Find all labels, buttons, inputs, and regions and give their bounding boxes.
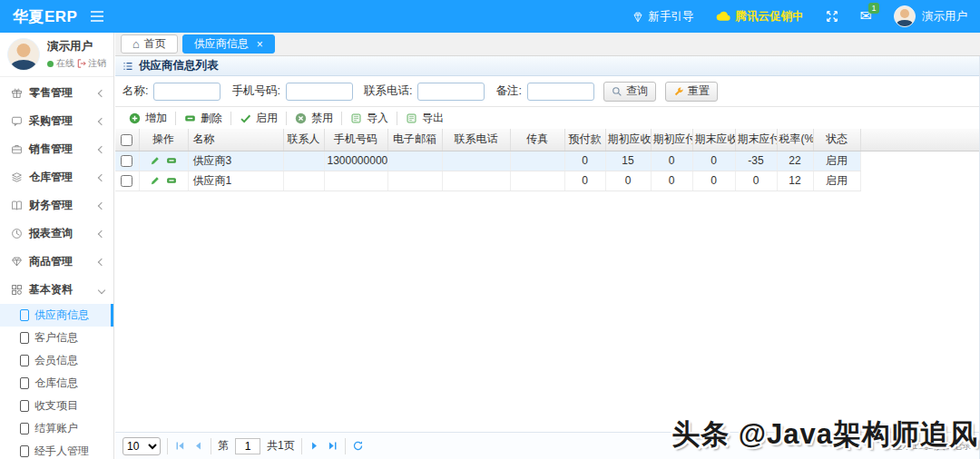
col-fax[interactable]: 传真 — [510, 129, 564, 151]
col-advance[interactable]: 预付款 — [564, 129, 605, 151]
prev-page-button[interactable] — [192, 440, 204, 452]
select-all-header — [115, 129, 139, 151]
col-tel[interactable]: 联系电话 — [442, 129, 510, 151]
guide-link[interactable]: 新手引导 — [632, 9, 694, 24]
sidebar-subitem-settlement-account[interactable]: 结算账户 — [0, 417, 113, 440]
col-phone[interactable]: 手机号码 — [324, 129, 387, 151]
first-page-button[interactable] — [174, 440, 186, 452]
table-row[interactable]: 供应商1 0 0 0 0 0 12 启用 — [115, 171, 979, 190]
sidebar-item-reports[interactable]: 报表查询 — [0, 220, 113, 248]
sidebar-subitem-income-expense[interactable]: 收支项目 — [0, 395, 113, 417]
cell-status: 启用 — [813, 151, 860, 171]
col-closing-receivable[interactable]: 期末应收 — [692, 129, 735, 151]
enable-button[interactable]: 启用 — [231, 111, 286, 126]
fullscreen-icon[interactable] — [826, 10, 838, 23]
sidebar-subitem-customer-info[interactable]: 客户信息 — [0, 327, 113, 349]
phone-input[interactable] — [286, 83, 353, 101]
logout-button[interactable]: 注销 — [77, 57, 106, 70]
chevron-left-icon — [98, 201, 105, 209]
cell-fax — [510, 151, 564, 171]
grid-header-row: 操作 名称 联系人 手机号码 电子邮箱 联系电话 传真 预付款 期初应收 期初应… — [115, 129, 979, 151]
col-contact[interactable]: 联系人 — [283, 129, 324, 151]
promo-link[interactable]: 腾讯云促销中 — [716, 9, 804, 24]
sidebar-subitem-handler-mgmt[interactable]: 经手人管理 — [0, 440, 113, 459]
tab-supplier-info[interactable]: 供应商信息 × — [182, 34, 275, 54]
messages-button[interactable]: ✉ 1 — [860, 9, 872, 24]
col-name[interactable]: 名称 — [188, 129, 283, 151]
plus-circle-icon — [129, 112, 141, 124]
sidebar-user-block: 演示用户 在线 注销 — [0, 33, 113, 77]
add-button[interactable]: 增加 — [121, 111, 175, 126]
cell-opening-receivable: 0 — [605, 171, 651, 190]
panel-title: 供应商信息列表 — [139, 58, 219, 73]
app-title: 华夏ERP — [13, 6, 77, 27]
tab-home[interactable]: ⌂ 首页 — [121, 34, 178, 54]
row-operations — [139, 151, 188, 171]
home-icon: ⌂ — [132, 38, 140, 50]
col-email[interactable]: 电子邮箱 — [387, 129, 442, 151]
chevron-left-icon — [98, 89, 105, 96]
sidebar-item-purchase[interactable]: 采购管理 — [0, 107, 113, 135]
delete-row-icon[interactable] — [166, 155, 177, 166]
sidebar-item-sales[interactable]: 销售管理 — [0, 135, 113, 163]
edit-icon[interactable] — [150, 155, 161, 166]
check-icon — [240, 112, 251, 124]
row-checkbox[interactable] — [121, 175, 132, 187]
import-button[interactable]: 导入 — [342, 111, 397, 126]
wrench-icon — [673, 86, 684, 97]
divider — [345, 438, 346, 454]
delete-row-icon[interactable] — [166, 175, 177, 186]
cell-contact — [283, 151, 324, 171]
delete-button[interactable]: 删除 — [176, 111, 230, 126]
tab-close-icon[interactable]: × — [253, 39, 263, 50]
col-opening-payable[interactable]: 期初应付 — [651, 129, 692, 151]
sidebar-item-retail[interactable]: 零售管理 — [0, 79, 113, 107]
online-dot — [47, 61, 54, 67]
cell-opening-payable: 0 — [651, 171, 692, 190]
col-closing-payable[interactable]: 期末应付 — [735, 129, 777, 151]
sidebar-subitem-warehouse-info[interactable]: 仓库信息 — [0, 372, 113, 395]
cell-advance: 0 — [564, 151, 605, 171]
hamburger-menu-icon[interactable] — [90, 10, 104, 23]
import-icon — [350, 112, 362, 124]
sidebar-item-warehouse[interactable]: 仓库管理 — [0, 163, 113, 191]
export-button[interactable]: 导出 — [397, 111, 452, 126]
pie-chart-icon — [11, 228, 23, 239]
cloud-icon — [716, 11, 731, 22]
col-status[interactable]: 状态 — [813, 129, 860, 151]
query-button[interactable]: 查询 — [603, 82, 656, 102]
col-tax-rate[interactable]: 税率(%) — [777, 129, 813, 151]
col-opening-receivable[interactable]: 期初应收 — [605, 129, 651, 151]
table-row[interactable]: 供应商3 13000000000 0 15 0 0 -35 22 启用 — [115, 151, 979, 171]
remark-input[interactable] — [527, 83, 594, 101]
logout-icon — [77, 59, 86, 68]
divider — [211, 438, 211, 454]
sidebar-item-basic-data[interactable]: 基本资料 — [0, 276, 113, 304]
disable-button[interactable]: 禁用 — [287, 111, 341, 126]
cell-fax — [510, 171, 564, 190]
tel-input[interactable] — [417, 83, 485, 101]
sidebar-item-finance[interactable]: 财务管理 — [0, 191, 113, 220]
select-all-checkbox[interactable] — [121, 134, 132, 146]
next-page-button[interactable] — [309, 440, 320, 452]
reset-button[interactable]: 重置 — [665, 82, 718, 102]
cell-tel — [442, 151, 510, 171]
cell-phone — [324, 171, 387, 190]
page-number-input[interactable] — [235, 438, 260, 454]
col-operations[interactable]: 操作 — [139, 129, 188, 151]
user-menu[interactable]: 演示用户 — [894, 5, 967, 27]
layers-icon — [11, 171, 23, 183]
pagination-bar: 10 第 共1页 显示1到2,共2记录 — [115, 432, 979, 459]
cell-closing-payable: 0 — [735, 171, 777, 190]
last-page-button[interactable] — [327, 440, 338, 452]
main-content: ⌂ 首页 供应商信息 × 供应商信息列表 名称: 手机号码: 联系电话: 备注: — [115, 33, 980, 459]
name-input[interactable] — [153, 83, 220, 101]
sidebar-item-goods[interactable]: 商品管理 — [0, 248, 113, 276]
edit-icon[interactable] — [150, 175, 161, 186]
document-icon — [20, 377, 29, 389]
page-size-select[interactable]: 10 — [122, 437, 161, 455]
refresh-button[interactable] — [352, 440, 364, 452]
sidebar-subitem-supplier-info[interactable]: 供应商信息 — [0, 304, 113, 327]
row-checkbox[interactable] — [121, 155, 132, 167]
sidebar-subitem-member-info[interactable]: 会员信息 — [0, 349, 113, 372]
